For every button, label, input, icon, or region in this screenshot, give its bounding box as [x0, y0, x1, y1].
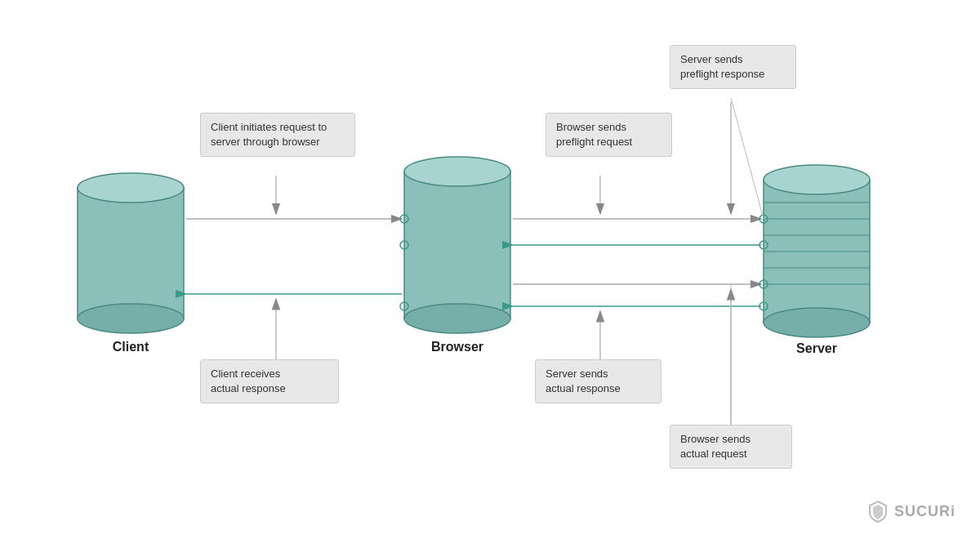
browser-label: Browser — [431, 340, 483, 354]
label-client-initiates: Client initiates request toserver throug… — [200, 113, 355, 157]
label-server-actual-response: Server sendsactual response — [535, 359, 662, 403]
diagram: Client Browser Server — [0, 0, 980, 539]
label-browser-preflight: Browser sendspreflight request — [546, 113, 672, 157]
sucuri-text: SUCURi — [894, 503, 956, 520]
svg-point-8 — [404, 304, 510, 333]
label-browser-actual-request: Browser sendsactual request — [670, 425, 792, 469]
sucuri-logo: SUCURi — [866, 500, 956, 523]
label-server-preflight-response: Server sendspreflight response — [670, 45, 796, 89]
svg-point-5 — [78, 304, 184, 333]
client-label: Client — [113, 340, 149, 354]
svg-point-6 — [78, 173, 184, 203]
label-client-receives: Client receivesactual response — [200, 359, 339, 403]
svg-rect-7 — [404, 172, 510, 318]
svg-rect-4 — [78, 188, 184, 318]
svg-point-18 — [764, 165, 870, 194]
svg-point-17 — [764, 308, 870, 337]
sucuri-logo-icon — [866, 500, 889, 523]
svg-line-32 — [731, 98, 764, 219]
svg-point-9 — [404, 157, 510, 186]
server-label: Server — [796, 341, 837, 355]
